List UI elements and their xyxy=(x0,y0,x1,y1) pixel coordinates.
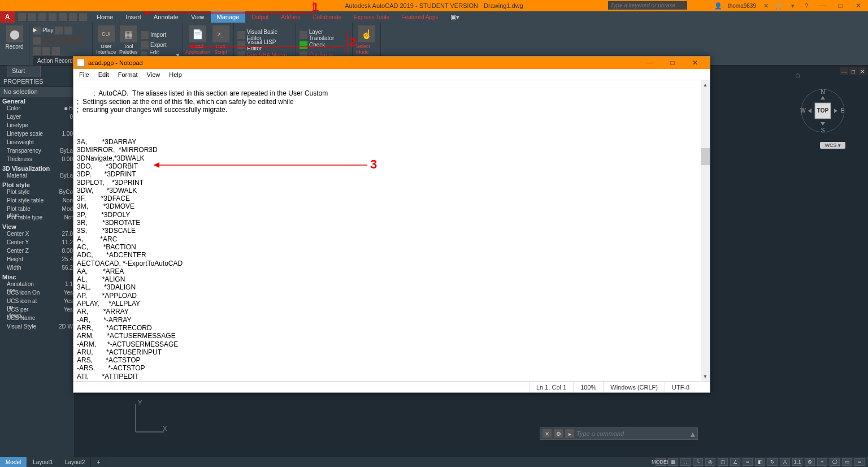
prop-row[interactable]: Layer0 xyxy=(0,114,74,122)
check-standards-button[interactable]: Check xyxy=(300,40,349,50)
qat-save-icon[interactable] xyxy=(38,13,46,21)
prop-row[interactable]: Color■ B xyxy=(0,105,74,114)
prop-row[interactable]: Linetype scale1.00 xyxy=(0,131,74,139)
import-button[interactable]: Import xyxy=(141,30,179,40)
close-button[interactable]: ✕ xyxy=(852,1,865,10)
status-snap-icon[interactable]: ⸬ xyxy=(680,458,691,466)
prop-group-misc[interactable]: Misc xyxy=(0,273,74,281)
prop-row[interactable]: UCS icon OnYes xyxy=(0,289,74,298)
viewport-minimize-icon[interactable]: — xyxy=(840,67,848,75)
status-anno-icon[interactable]: A xyxy=(780,458,790,466)
qat-undo-icon[interactable] xyxy=(69,13,77,21)
layout-tab-layout2[interactable]: Layout2 xyxy=(59,457,92,467)
np-menu-format[interactable]: Format xyxy=(115,71,141,78)
qat-redo-icon[interactable] xyxy=(79,13,87,21)
prop-row[interactable]: Center Y11.2 xyxy=(0,239,74,248)
np-minimize-button[interactable]: — xyxy=(639,57,661,69)
exchange-icon[interactable]: ✕ xyxy=(762,2,770,10)
menu-tab-annotate[interactable]: Annotate xyxy=(147,11,185,23)
status-lwt-icon[interactable]: ≡ xyxy=(743,458,753,466)
prop-row[interactable]: Plot table typeNot xyxy=(0,214,74,223)
notepad-scrollbar[interactable]: ▲ ▼ xyxy=(701,80,710,381)
play-button[interactable]: ▶Play xyxy=(33,25,82,36)
command-line[interactable]: ✕ ⚙ ▸ ▴ xyxy=(540,427,698,440)
prop-group-view[interactable]: View xyxy=(0,223,74,231)
menu-tab-collaborate[interactable]: Collaborate xyxy=(306,11,348,23)
status-scale[interactable]: 1:1 xyxy=(792,458,802,466)
menu-tab-express-tools[interactable]: Express Tools xyxy=(348,11,395,23)
prop-row[interactable]: Center X27.0 xyxy=(0,231,74,239)
prop-row[interactable]: Center Z0.00 xyxy=(0,248,74,256)
prop-row[interactable]: MaterialByLa xyxy=(0,172,74,181)
help-icon[interactable]: ? xyxy=(802,2,810,10)
prop-row[interactable]: Plot styleByCo xyxy=(0,189,74,197)
np-menu-view[interactable]: View xyxy=(144,71,164,78)
prop-row[interactable]: Linetype xyxy=(0,122,74,131)
command-input[interactable] xyxy=(576,430,688,437)
help-search-input[interactable] xyxy=(608,1,687,10)
prop-row[interactable]: UCS Name xyxy=(0,315,74,323)
status-transp-icon[interactable]: ◧ xyxy=(755,458,765,466)
menu-tab-view[interactable]: View xyxy=(185,11,211,23)
app-logo[interactable]: A xyxy=(0,11,15,23)
menu-tab-home[interactable]: Home xyxy=(90,11,119,23)
viewcube[interactable]: TOP N S E W xyxy=(800,88,845,133)
status-gear-icon[interactable]: ⚙ xyxy=(805,458,815,466)
scroll-down-icon[interactable]: ▼ xyxy=(701,372,710,381)
status-otrack-icon[interactable]: ∠ xyxy=(730,458,740,466)
np-close-button[interactable]: ✕ xyxy=(684,57,706,69)
status-workspace-icon[interactable]: + xyxy=(817,458,827,466)
np-maximize-button[interactable]: □ xyxy=(661,57,684,69)
nav-home-icon[interactable]: ⌂ xyxy=(796,70,800,79)
notepad-body[interactable]: ; AutoCAD. The aliases listed in this se… xyxy=(73,80,710,381)
layout-tab-layout1[interactable]: Layout1 xyxy=(27,457,59,467)
prop-row[interactable]: UCS per viewp...Yes xyxy=(0,306,74,315)
dropdown-icon[interactable]: ▾ xyxy=(789,2,797,10)
menu-tab-featured-apps[interactable]: Featured Apps xyxy=(396,11,445,23)
cart-icon[interactable]: 🛒 xyxy=(775,2,783,10)
properties-selection[interactable]: No selection xyxy=(0,87,74,97)
prop-row[interactable]: Width56.2 xyxy=(0,265,74,273)
add-layout-button[interactable]: + xyxy=(91,457,106,467)
np-menu-file[interactable]: File xyxy=(76,71,93,78)
cmd-expand-icon[interactable]: ▴ xyxy=(691,429,695,439)
prop-row[interactable]: Plot table attac...Mod xyxy=(0,206,74,214)
signin-icon[interactable]: 👤 xyxy=(714,2,722,10)
status-ortho-icon[interactable]: └ xyxy=(693,458,703,466)
scroll-up-icon[interactable]: ▲ xyxy=(701,80,710,89)
layer-translator-button[interactable]: Layer Translator xyxy=(300,30,349,40)
status-polar-icon[interactable]: ◎ xyxy=(705,458,715,466)
menu-tab-manage[interactable]: Manage xyxy=(211,11,246,23)
cmd-customize-icon[interactable]: ⚙ xyxy=(554,429,563,438)
menu-tab-insert[interactable]: Insert xyxy=(119,11,147,23)
status-monitor-icon[interactable]: 🖵 xyxy=(830,458,840,466)
prop-row[interactable]: Visual Style2D W xyxy=(0,323,74,332)
prop-row[interactable]: UCS icon at ori...Yes xyxy=(0,298,74,306)
qat-open-icon[interactable] xyxy=(28,13,36,21)
cmd-close-icon[interactable]: ✕ xyxy=(542,429,552,438)
status-model[interactable]: MODEL xyxy=(656,458,666,466)
prop-row[interactable]: Thickness0.00 xyxy=(0,156,74,165)
action-opts[interactable] xyxy=(33,46,82,56)
layout-tab-model[interactable]: Model xyxy=(0,457,27,467)
status-cycle-icon[interactable]: ↻ xyxy=(767,458,778,466)
vlisp-editor-button[interactable]: Visual LISP Editor xyxy=(237,40,292,50)
np-menu-help[interactable]: Help xyxy=(166,71,185,78)
minimize-button[interactable]: — xyxy=(816,1,828,10)
prop-row[interactable]: Annotation sca...1:1 xyxy=(0,281,74,289)
notepad-titlebar[interactable]: acad.pgp - Notepad — □ ✕ xyxy=(73,57,710,69)
prop-group-plot-style[interactable]: Plot style xyxy=(0,181,74,189)
scroll-thumb[interactable] xyxy=(701,148,710,165)
qat-plot-icon[interactable] xyxy=(59,13,67,21)
status-clean-icon[interactable]: ▭ xyxy=(842,458,852,466)
viewport-restore-icon[interactable]: □ xyxy=(849,67,857,75)
qat-saveas-icon[interactable] xyxy=(49,13,57,21)
menu-tab-output[interactable]: Output xyxy=(245,11,275,23)
status-osnap-icon[interactable]: ▢ xyxy=(718,458,728,466)
prop-row[interactable]: TransparencyByLa xyxy=(0,148,74,156)
prop-row[interactable]: Plot style tableNon xyxy=(0,197,74,206)
viewport-close-icon[interactable]: ✕ xyxy=(858,67,866,75)
qat-new-icon[interactable] xyxy=(18,13,26,21)
status-custom-icon[interactable]: ≡ xyxy=(854,458,865,466)
status-grid-icon[interactable]: ▦ xyxy=(668,458,678,466)
